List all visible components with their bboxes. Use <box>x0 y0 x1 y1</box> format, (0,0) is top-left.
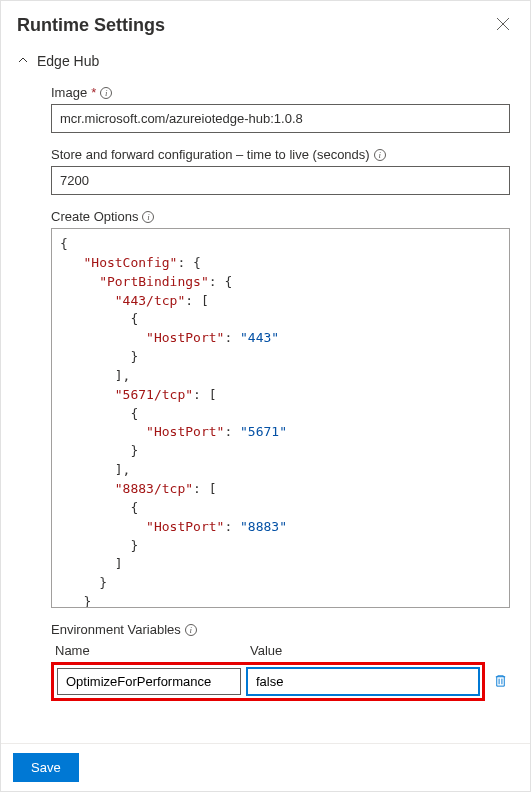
env-row <box>51 662 510 701</box>
env-name-input[interactable] <box>57 668 241 695</box>
panel-title: Runtime Settings <box>17 15 165 36</box>
env-vars-table: Name Value <box>51 643 510 701</box>
info-icon[interactable]: i <box>142 211 154 223</box>
image-label: Image * i <box>51 85 510 100</box>
content-scroll-region[interactable]: Edge Hub Image * i Store and forward con… <box>1 43 530 743</box>
env-vars-group: Environment Variables i Name Value <box>51 622 510 701</box>
chevron-up-icon <box>17 54 29 69</box>
env-vars-header-row: Name Value <box>51 643 510 658</box>
env-col-value: Value <box>250 643 510 658</box>
image-field-group: Image * i <box>51 85 510 133</box>
panel-header: Runtime Settings <box>1 1 530 46</box>
info-icon[interactable]: i <box>374 149 386 161</box>
highlight-annotation <box>51 662 485 701</box>
ttl-label: Store and forward configuration – time t… <box>51 147 510 162</box>
close-icon[interactable] <box>492 13 514 38</box>
section-toggle-edge-hub[interactable]: Edge Hub <box>17 53 510 69</box>
required-asterisk: * <box>91 85 96 100</box>
info-icon[interactable]: i <box>185 624 197 636</box>
create-options-editor[interactable]: { "HostConfig": { "PortBindings": { "443… <box>51 228 510 608</box>
save-button[interactable]: Save <box>13 753 79 782</box>
info-icon[interactable]: i <box>100 87 112 99</box>
ttl-input[interactable] <box>51 166 510 195</box>
image-input[interactable] <box>51 104 510 133</box>
section-body: Image * i Store and forward configuratio… <box>17 85 510 701</box>
create-options-label: Create Options i <box>51 209 510 224</box>
footer: Save <box>1 743 530 791</box>
section-title: Edge Hub <box>37 53 99 69</box>
create-options-group: Create Options i { "HostConfig": { "Port… <box>51 209 510 608</box>
env-value-input[interactable] <box>247 668 479 695</box>
trash-icon[interactable] <box>491 671 510 693</box>
env-col-name: Name <box>55 643 250 658</box>
ttl-field-group: Store and forward configuration – time t… <box>51 147 510 195</box>
env-vars-label: Environment Variables i <box>51 622 510 637</box>
